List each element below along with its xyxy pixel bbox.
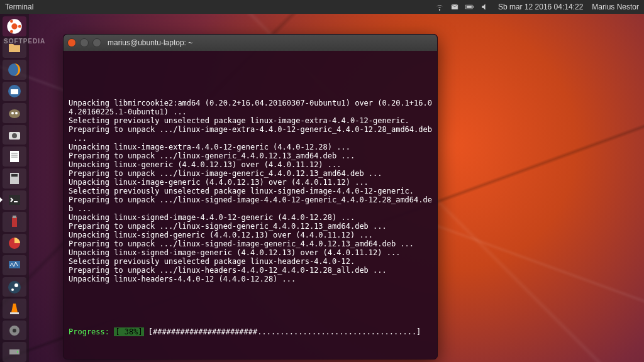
svg-rect-20 (13, 216, 16, 218)
terminal-body[interactable]: Unpacking libmircookie2:amd64 (0.20.2+16… (64, 51, 437, 359)
launcher-vlc[interactable] (3, 299, 26, 319)
user-menu[interactable]: Marius Nestor (592, 3, 639, 11)
launcher-system-monitor[interactable] (3, 255, 26, 275)
launcher-text-editor[interactable] (3, 146, 26, 167)
mail-indicator[interactable] (450, 3, 459, 11)
svg-rect-19 (12, 217, 17, 227)
watermark: SOFTPEDIA (4, 38, 45, 45)
terminal-line: Preparing to unpack .../linux-generic_4.… (69, 151, 432, 160)
terminal-line: Unpacking linux-signed-generic (4.4.0.12… (69, 231, 432, 239)
terminal-line: Unpacking libmircookie2:amd64 (0.20.2+16… (69, 99, 432, 107)
terminal-line: Preparing to unpack .../linux-signed-ima… (69, 195, 432, 204)
svg-point-25 (11, 288, 14, 291)
launcher-disk-usage[interactable] (3, 234, 26, 254)
launcher-screenshot[interactable] (3, 125, 26, 145)
terminal-line: Preparing to unpack .../linux-headers-4.… (69, 266, 432, 275)
terminal-line: 4.20160225.1-0ubuntu1) ... (69, 107, 432, 116)
svg-point-10 (9, 109, 20, 118)
window-title: marius@ubuntu-laptop: ~ (108, 38, 192, 47)
progress-bar: [#######################................… (148, 327, 421, 336)
terminal-line: Preparing to unpack .../linux-image-extr… (69, 125, 432, 134)
disk-icon (7, 344, 22, 359)
gimp-icon (7, 106, 22, 121)
top-panel: Terminal Sb mar 12 2016 04:14:22 Marius … (0, 0, 644, 14)
terminal-blank-line (69, 301, 432, 310)
terminal-line: Unpacking linux-signed-image-generic (4.… (69, 248, 432, 257)
svg-point-6 (10, 19, 13, 23)
svg-rect-18 (9, 195, 20, 205)
app-title: Terminal (5, 3, 33, 11)
launcher-terminal[interactable] (3, 190, 26, 211)
svg-rect-2 (467, 6, 472, 8)
launcher-usb-creator[interactable] (3, 212, 26, 232)
terminal-line: Unpacking linux-headers-4.4.0-12 (4.4.0-… (69, 275, 432, 283)
terminal-line: Unpacking linux-image-extra-4.4.0-12-gen… (69, 143, 432, 151)
terminal-line: Unpacking linux-generic (4.4.0.12.13) ov… (69, 160, 432, 169)
launcher-settings[interactable] (3, 321, 26, 341)
launcher-gimp[interactable] (3, 103, 26, 123)
terminal-line: Unpacking linux-signed-image-4.4.0-12-ge… (69, 213, 432, 222)
battery-indicator[interactable] (465, 3, 474, 11)
calculator-icon (7, 171, 22, 186)
usb-icon (7, 214, 22, 229)
terminal-line: ... (69, 134, 432, 143)
launcher-thunderbird[interactable] (3, 82, 26, 102)
window-maximize-button[interactable] (92, 38, 101, 47)
launcher-firefox[interactable] (3, 60, 26, 80)
terminal-line: Preparing to unpack .../linux-image-gene… (69, 169, 432, 178)
clock[interactable]: Sb mar 12 2016 04:14:22 (498, 3, 583, 11)
svg-point-23 (8, 281, 21, 293)
gear-icon (7, 323, 22, 338)
monitor-icon (7, 258, 22, 273)
wifi-icon (435, 3, 444, 11)
svg-rect-17 (11, 174, 18, 177)
thunderbird-icon (7, 84, 22, 99)
mail-icon (450, 3, 459, 11)
terminal-line: Unpacking linux-image-generic (4.4.0.12.… (69, 178, 432, 187)
volume-icon (480, 3, 489, 11)
terminal-line: Selecting previously unselected package … (69, 187, 432, 195)
launcher-dash[interactable] (3, 16, 26, 36)
svg-point-14 (12, 133, 17, 138)
svg-rect-15 (10, 151, 19, 162)
ubuntu-icon (6, 18, 23, 35)
terminal-line: Preparing to unpack .../linux-signed-gen… (69, 222, 432, 231)
terminal-line: Selecting previously unselected package … (69, 116, 432, 125)
svg-rect-26 (10, 312, 19, 314)
steam-icon (7, 280, 22, 295)
network-indicator[interactable] (435, 3, 444, 11)
svg-point-12 (15, 112, 18, 114)
terminal-icon (7, 192, 22, 207)
firefox-icon (7, 62, 22, 77)
notepad-icon (7, 149, 22, 164)
pie-chart-icon (7, 236, 22, 251)
camera-icon (7, 128, 22, 143)
terminal-line: b ... (69, 204, 432, 213)
svg-rect-1 (473, 6, 474, 8)
battery-icon (465, 3, 474, 11)
svg-point-5 (18, 25, 21, 28)
vlc-icon (7, 301, 22, 316)
terminal-window: marius@ubuntu-laptop: ~ Unpacking libmir… (63, 34, 438, 359)
progress-label: Progress: (69, 327, 109, 336)
svg-point-4 (11, 23, 17, 29)
svg-point-11 (11, 112, 14, 114)
launcher-steam[interactable] (3, 277, 26, 297)
launcher-disks[interactable] (3, 342, 26, 362)
svg-point-28 (13, 329, 16, 332)
window-close-button[interactable] (67, 38, 76, 47)
launcher (0, 14, 29, 362)
terminal-line: Preparing to unpack .../linux-signed-ima… (69, 239, 432, 248)
window-minimize-button[interactable] (80, 38, 89, 47)
terminal-line: Selecting previously unselected package … (69, 257, 432, 266)
svg-point-7 (10, 30, 13, 33)
launcher-calculator[interactable] (3, 168, 26, 189)
progress-percent: [ 38%] (114, 327, 143, 336)
svg-point-24 (14, 283, 18, 287)
svg-point-30 (17, 351, 18, 353)
sound-indicator[interactable] (480, 3, 489, 11)
terminal-blank-line (69, 72, 432, 81)
window-titlebar[interactable]: marius@ubuntu-laptop: ~ (64, 35, 437, 51)
apt-progress: Progress: [ 38%] [######################… (69, 327, 432, 336)
